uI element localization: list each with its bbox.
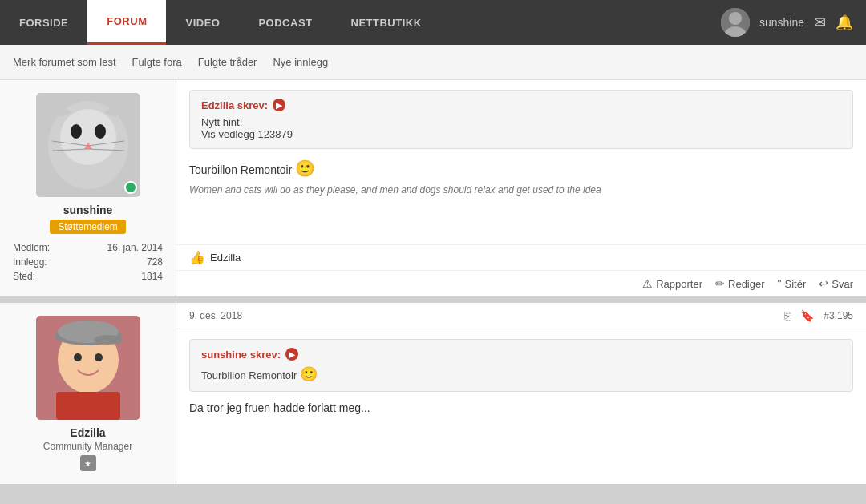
subnav-fulgte-fora[interactable]: Fulgte fora [132, 56, 182, 68]
quote-author-text-2: sunshine skrev: [201, 349, 281, 361]
subnav-merk[interactable]: Merk forumet som lest [13, 56, 116, 68]
svg-point-21 [95, 353, 103, 361]
post-1-content: Edzilla skrev: ▶ Nytt hint! Vis vedlegg … [176, 80, 866, 244]
svg-point-20 [74, 353, 82, 361]
meta-row-sted: Sted: 1814 [13, 269, 163, 284]
sub-nav: Merk forumet som lest Fulgte fora Fulgte… [0, 45, 866, 80]
sted-value: 1814 [141, 271, 163, 282]
post-1-emoji: 🙂 [295, 159, 315, 177]
meta-row-member: Medlem: 16. jan. 2014 [13, 240, 163, 255]
post-1-likes: 👍 Edzilla [176, 244, 866, 270]
like-thumb-icon: 👍 [189, 250, 205, 265]
user-avatar-nav[interactable] [721, 8, 750, 37]
svg-rect-22 [56, 392, 120, 420]
quote-block-1: Edzilla skrev: ▶ Nytt hint! Vis vedlegg … [189, 90, 853, 149]
innlegg-value: 728 [147, 256, 163, 268]
siter-icon: " [778, 277, 782, 290]
member-label: Medlem: [13, 242, 50, 253]
edzilla-mod-icon: ★ [80, 455, 96, 471]
nav-item-video[interactable]: VIDEO [166, 0, 239, 45]
innlegg-label: Innlegg: [13, 256, 47, 268]
nav-item-forum[interactable]: FORUM [87, 0, 166, 45]
svg-point-1 [729, 12, 742, 25]
subnav-nye-innlegg[interactable]: Nye innlegg [273, 56, 328, 68]
siter-button[interactable]: " Sitér [778, 277, 807, 290]
rapporter-button[interactable]: ⚠ Rapporter [642, 277, 702, 290]
post-2-content: sunshine skrev: ▶ Tourbillon Remontoir 🙂… [176, 329, 866, 484]
nav-item-forside[interactable]: FORSIDE [0, 0, 87, 45]
post-1-body: Edzilla skrev: ▶ Nytt hint! Vis vedlegg … [176, 80, 866, 296]
user-meta: Medlem: 16. jan. 2014 Innlegg: 728 Sted:… [13, 240, 163, 284]
mail-icon[interactable]: ✉ [814, 14, 826, 31]
quote-text-1b: Vis vedlegg 123879 [201, 128, 841, 140]
edzilla-role: Community Manager [43, 441, 132, 452]
meta-row-innlegg: Innlegg: 728 [13, 255, 163, 269]
quote-text-1a: Nytt hint! [201, 116, 841, 128]
quote-author-text-1: Edzilla skrev: [201, 99, 268, 111]
nav-item-nettbutikk[interactable]: NETTBUTIKK [332, 0, 441, 45]
svg-point-19 [94, 335, 123, 345]
post-2-sidebar: Edzilla Community Manager ★ [0, 303, 176, 484]
post-2-main-text: Da tror jeg fruen hadde forlatt meg... [189, 401, 853, 414]
bell-icon[interactable]: 🔔 [836, 14, 853, 31]
online-indicator [124, 181, 137, 194]
quote-text-2: Tourbillon Remontoir 🙂 [201, 365, 841, 383]
post-2-number: #3.195 [824, 310, 853, 321]
post-1-sidebar: sunshine Støttemedlem Medlem: 16. jan. 2… [0, 80, 176, 296]
expand-quote-icon-2[interactable]: ▶ [285, 348, 298, 361]
post-2-header-actions: ⎘ 🔖 #3.195 [784, 309, 853, 322]
quote-author-1: Edzilla skrev: ▶ [201, 99, 841, 111]
subnav-fulgte-trader[interactable]: Fulgte tråder [198, 56, 257, 68]
sunshine-role-badge: Støttemedlem [50, 220, 126, 234]
post-card-1: sunshine Støttemedlem Medlem: 16. jan. 2… [0, 80, 866, 296]
post-2-header: 9. des. 2018 ⎘ 🔖 #3.195 [176, 303, 866, 329]
rediger-icon: ✏ [715, 277, 725, 290]
post-1-signature: Women and cats will do as they please, a… [189, 184, 853, 196]
rapporter-label: Rapporter [656, 278, 702, 290]
siter-label: Sitér [785, 278, 807, 290]
rediger-button[interactable]: ✏ Rediger [715, 277, 765, 290]
share-icon[interactable]: ⎘ [784, 309, 791, 322]
post-1-main-text: Tourbillon Remontoir 🙂 [189, 159, 853, 178]
nav-right: sunshine ✉ 🔔 [708, 0, 866, 45]
like-user[interactable]: Edzilla [210, 252, 241, 264]
post-card-2: Edzilla Community Manager ★ 9. des. 2018… [0, 303, 866, 484]
nav-item-podcast[interactable]: PODCAST [239, 0, 331, 45]
post-1-footer: ⚠ Rapporter ✏ Rediger " Sitér ↩ Svar [176, 270, 866, 296]
post-2-date: 9. des. 2018 [189, 310, 242, 321]
svar-label: Svar [832, 278, 853, 290]
post-2-body: 9. des. 2018 ⎘ 🔖 #3.195 sunshine skrev: … [176, 303, 866, 484]
rapporter-icon: ⚠ [642, 277, 653, 290]
quote-emoji-2: 🙂 [300, 366, 318, 382]
quote-content-2: Tourbillon Remontoir [201, 369, 297, 381]
svg-point-5 [60, 109, 116, 165]
rediger-label: Rediger [728, 278, 765, 290]
svar-icon: ↩ [819, 277, 828, 290]
svg-point-8 [71, 124, 82, 139]
post-1-text: Tourbillon Remontoir [189, 163, 292, 176]
edzilla-avatar[interactable] [36, 316, 140, 420]
nav-username: sunshine [759, 16, 804, 29]
top-nav: FORSIDE FORUM VIDEO PODCAST NETTBUTIKK s… [0, 0, 866, 45]
edzilla-username[interactable]: Edzilla [70, 426, 105, 439]
sunshine-avatar[interactable] [36, 93, 140, 197]
main-content: sunshine Støttemedlem Medlem: 16. jan. 2… [0, 80, 866, 484]
svg-point-9 [95, 124, 106, 139]
sted-label: Sted: [13, 271, 35, 282]
quote-author-2: sunshine skrev: ▶ [201, 348, 841, 361]
bookmark-icon[interactable]: 🔖 [800, 309, 814, 322]
member-value: 16. jan. 2014 [107, 242, 163, 253]
expand-quote-icon-1[interactable]: ▶ [273, 99, 285, 111]
quote-block-2: sunshine skrev: ▶ Tourbillon Remontoir 🙂 [189, 339, 853, 392]
sunshine-username[interactable]: sunshine [63, 204, 112, 216]
svar-button[interactable]: ↩ Svar [819, 277, 853, 290]
